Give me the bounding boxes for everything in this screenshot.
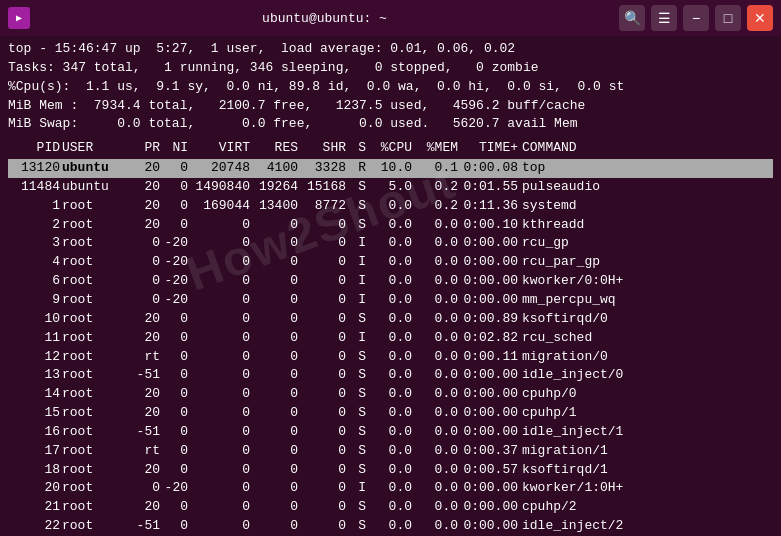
mem-cell: 0.2: [412, 178, 458, 197]
pid-cell: 4: [8, 253, 60, 272]
header-ni: NI: [160, 139, 188, 158]
pid-cell: 1: [8, 197, 60, 216]
virt-cell: 169044: [188, 197, 250, 216]
res-cell: 0: [250, 348, 298, 367]
title-bar-left: ▶: [8, 7, 30, 29]
cpu-cell: 0.0: [366, 348, 412, 367]
virt-cell: 0: [188, 253, 250, 272]
user-cell: root: [60, 479, 132, 498]
res-cell: 0: [250, 366, 298, 385]
time-cell: 0:00.00: [458, 272, 518, 291]
cpu-cell: 5.0: [366, 178, 412, 197]
cpu-cell: 0.0: [366, 216, 412, 235]
mem-cell: 0.0: [412, 498, 458, 517]
table-row: 6root0-20000I0.00.00:00.00kworker/0:0H+: [8, 272, 773, 291]
table-row: 21root200000S0.00.00:00.00cpuhp/2: [8, 498, 773, 517]
ni-cell: 0: [160, 517, 188, 536]
minimize-button[interactable]: −: [683, 5, 709, 31]
ni-cell: 0: [160, 423, 188, 442]
cmd-cell: idle_inject/2: [518, 517, 648, 536]
cpu-cell: 0.0: [366, 404, 412, 423]
s-cell: S: [346, 348, 366, 367]
res-cell: 0: [250, 442, 298, 461]
user-cell: root: [60, 423, 132, 442]
virt-cell: 0: [188, 498, 250, 517]
mem-cell: 0.0: [412, 253, 458, 272]
s-cell: I: [346, 479, 366, 498]
s-cell: S: [346, 461, 366, 480]
pid-cell: 6: [8, 272, 60, 291]
time-cell: 0:00.37: [458, 442, 518, 461]
virt-cell: 0: [188, 291, 250, 310]
time-cell: 0:02.82: [458, 329, 518, 348]
res-cell: 4100: [250, 159, 298, 178]
res-cell: 0: [250, 385, 298, 404]
table-row: 2root200000S0.00.00:00.10kthreadd: [8, 216, 773, 235]
stat-line-4: MiB Mem : 7934.4 total, 2100.7 free, 123…: [8, 97, 773, 116]
shr-cell: 0: [298, 479, 346, 498]
cmd-cell: idle_inject/0: [518, 366, 648, 385]
cmd-cell: kworker/1:0H+: [518, 479, 648, 498]
pr-cell: 20: [132, 404, 160, 423]
pr-cell: 20: [132, 385, 160, 404]
virt-cell: 0: [188, 234, 250, 253]
s-cell: S: [346, 197, 366, 216]
s-cell: S: [346, 404, 366, 423]
cmd-cell: kthreadd: [518, 216, 648, 235]
cpu-cell: 0.0: [366, 329, 412, 348]
ni-cell: -20: [160, 234, 188, 253]
mem-cell: 0.0: [412, 329, 458, 348]
ni-cell: 0: [160, 404, 188, 423]
ni-cell: 0: [160, 216, 188, 235]
search-button[interactable]: 🔍: [619, 5, 645, 31]
mem-cell: 0.0: [412, 517, 458, 536]
time-cell: 0:00.00: [458, 253, 518, 272]
column-headers: PID USER PR NI VIRT RES SHR S %CPU %MEM …: [8, 138, 773, 159]
pid-cell: 11484: [8, 178, 60, 197]
menu-button[interactable]: ☰: [651, 5, 677, 31]
time-cell: 0:00.89: [458, 310, 518, 329]
pid-cell: 14: [8, 385, 60, 404]
pid-cell: 13120: [8, 159, 60, 178]
pid-cell: 17: [8, 442, 60, 461]
res-cell: 13400: [250, 197, 298, 216]
mem-cell: 0.0: [412, 442, 458, 461]
ni-cell: -20: [160, 479, 188, 498]
s-cell: S: [346, 498, 366, 517]
mem-cell: 0.0: [412, 348, 458, 367]
table-row: 15root200000S0.00.00:00.00cpuhp/1: [8, 404, 773, 423]
header-mem: %MEM: [412, 139, 458, 158]
cmd-cell: top: [518, 159, 648, 178]
pr-cell: 20: [132, 197, 160, 216]
time-cell: 0:00.08: [458, 159, 518, 178]
s-cell: S: [346, 517, 366, 536]
s-cell: R: [346, 159, 366, 178]
s-cell: S: [346, 310, 366, 329]
res-cell: 0: [250, 423, 298, 442]
user-cell: root: [60, 291, 132, 310]
close-button[interactable]: ✕: [747, 5, 773, 31]
process-rows-container: 13120ubuntu2002074841003328R10.00.10:00.…: [8, 159, 773, 536]
s-cell: S: [346, 442, 366, 461]
res-cell: 0: [250, 216, 298, 235]
ni-cell: 0: [160, 329, 188, 348]
pr-cell: 0: [132, 291, 160, 310]
ni-cell: 0: [160, 366, 188, 385]
shr-cell: 0: [298, 442, 346, 461]
pid-cell: 13: [8, 366, 60, 385]
table-row: 3root0-20000I0.00.00:00.00rcu_gp: [8, 234, 773, 253]
cpu-cell: 0.0: [366, 234, 412, 253]
pr-cell: 20: [132, 310, 160, 329]
time-cell: 0:00.00: [458, 423, 518, 442]
mem-cell: 0.0: [412, 423, 458, 442]
cpu-cell: 0.0: [366, 197, 412, 216]
window-title: ubuntu@ubuntu: ~: [30, 11, 619, 26]
ni-cell: 0: [160, 498, 188, 517]
res-cell: 0: [250, 329, 298, 348]
virt-cell: 0: [188, 348, 250, 367]
s-cell: I: [346, 253, 366, 272]
shr-cell: 0: [298, 385, 346, 404]
res-cell: 0: [250, 461, 298, 480]
pid-cell: 3: [8, 234, 60, 253]
maximize-button[interactable]: □: [715, 5, 741, 31]
